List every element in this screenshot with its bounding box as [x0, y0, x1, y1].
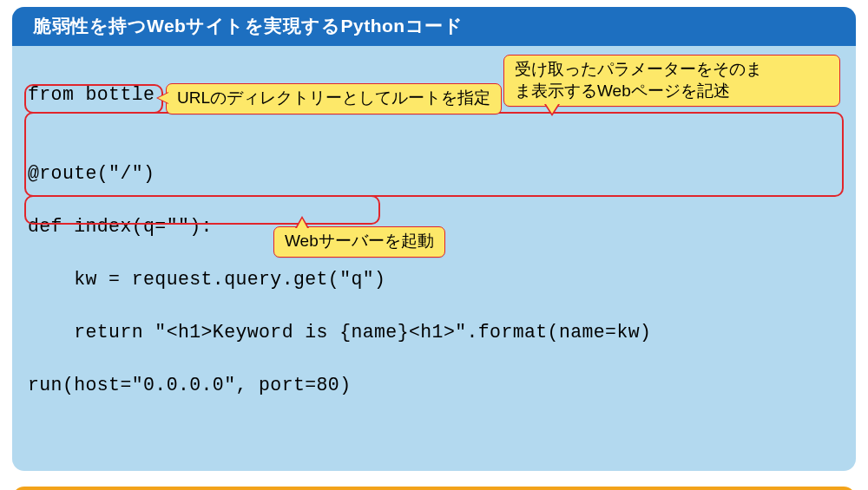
callout-route: URLのディレクトリーとしてルートを指定 — [166, 83, 502, 114]
callout-tail-icon — [295, 216, 309, 228]
terminal-panel: Webサーバーを起動したところ C:¥>python xss.py Bottle… — [12, 487, 856, 490]
code-line: kw = request.query.get("q") — [28, 266, 840, 293]
callout-text: URLのディレクトリーとしてルートを指定 — [177, 88, 490, 107]
callout-response: 受け取ったパラメーターをそのま ま表示するWebページを記述 — [503, 55, 840, 107]
callout-tail-icon — [156, 92, 168, 104]
code-line: return "<h1>Keyword is {name}<h1>".forma… — [28, 319, 840, 346]
callout-text: 受け取ったパラメーターをそのま — [515, 60, 762, 78]
code-line: @route("/") — [28, 160, 840, 187]
code-line: run(host="0.0.0.0", port=80) — [28, 372, 840, 399]
terminal-panel-title: Webサーバーを起動したところ — [12, 487, 856, 490]
callout-run: Webサーバーを起動 — [273, 226, 445, 258]
callout-tail-icon — [544, 104, 560, 116]
code-panel: 脆弱性を持つWebサイトを実現するPythonコード from bottle i… — [12, 7, 856, 471]
callout-text: ま表示するWebページを記述 — [515, 82, 730, 100]
callout-text: Webサーバーを起動 — [285, 232, 434, 250]
code-panel-title: 脆弱性を持つWebサイトを実現するPythonコード — [12, 7, 856, 46]
